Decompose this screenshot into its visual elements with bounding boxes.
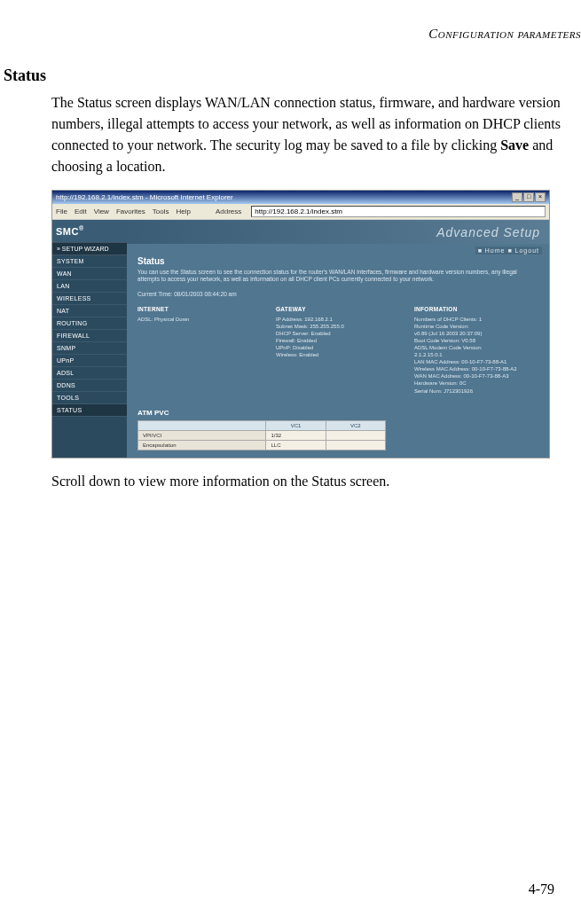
info-line: v0.89 (Jul 16 2003 20:37:09) — [414, 330, 540, 337]
address-bar[interactable]: http://192.168.2.1/index.stm — [251, 206, 546, 217]
col-info-h: INFORMATION — [414, 306, 540, 314]
info-line: ADSL Modem Code Version: — [414, 344, 540, 351]
status-description: You can use the Status screen to see the… — [137, 269, 540, 284]
cell: 1/32 — [266, 430, 326, 440]
nav-routing[interactable]: ROUTING — [52, 317, 127, 330]
minimize-icon[interactable]: _ — [512, 192, 522, 202]
page-number: 4-79 — [529, 881, 554, 897]
maximize-icon[interactable]: □ — [523, 192, 534, 202]
window-titlebar: http://192.168.2.1/index.stm - Microsoft… — [52, 191, 549, 204]
main-panel: Advanced Setup ■ Home ■ Logout Status Yo… — [127, 220, 549, 458]
menu-help[interactable]: Help — [176, 208, 190, 215]
nav-adsl[interactable]: ADSL — [52, 367, 127, 380]
nav-wireless[interactable]: WIRELESS — [52, 293, 127, 305]
th-vc1: VC1 — [266, 420, 326, 430]
nav-snmp[interactable]: SNMP — [52, 342, 127, 355]
th-blank — [138, 420, 266, 430]
info-line: Numbers of DHCP Clients: 1 — [414, 316, 540, 323]
status-heading: Status — [137, 256, 540, 266]
gw-line: Wireless: Enabled — [276, 351, 402, 358]
nav-nat[interactable]: NAT — [52, 305, 127, 317]
menu-view[interactable]: View — [94, 208, 109, 215]
menu-edit[interactable]: Edit — [75, 208, 87, 215]
followup-paragraph: Scroll down to view more information on … — [51, 471, 581, 492]
sidebar: SMC® » SETUP WIZARD SYSTEM WAN LAN WIREL… — [52, 220, 127, 458]
info-line: Boot Code Version: V0.58 — [414, 337, 540, 344]
row-label: VPI/VCI — [138, 430, 266, 440]
col-information: INFORMATION Numbers of DHCP Clients: 1 R… — [414, 306, 540, 395]
nav-status[interactable]: STATUS — [52, 404, 127, 417]
internet-line: ADSL: Physical Down — [137, 316, 263, 323]
banner-title: Advanced Setup — [436, 225, 540, 239]
address-label: Address — [216, 208, 241, 215]
col-gateway-h: GATEWAY — [276, 306, 402, 314]
current-time: Current Time: 08/01/2003 08:44:20 am — [137, 291, 540, 297]
cell — [326, 430, 385, 440]
p1-pre: The Status screen displays WAN/LAN conne… — [51, 95, 561, 153]
info-line: WAN MAC Address: 00-10-F7-73-88-A3 — [414, 372, 540, 380]
info-line: Runtime Code Version: — [414, 323, 540, 330]
menu-favorites[interactable]: Favorites — [116, 208, 145, 215]
nav-lan[interactable]: LAN — [52, 280, 127, 293]
banner-links[interactable]: ■ Home ■ Logout — [475, 247, 542, 254]
gw-line: Firewall: Enabled — [276, 337, 402, 344]
nav-firewall[interactable]: FIREWALL — [52, 330, 127, 342]
info-line: Serial Num: J712301926 — [414, 388, 540, 395]
menu-tools[interactable]: Tools — [153, 208, 169, 215]
nav-system[interactable]: SYSTEM — [52, 255, 127, 268]
menu-file[interactable]: File — [56, 208, 67, 215]
browser-menubar: File Edit View Favorites Tools Help Addr… — [52, 204, 549, 220]
th-vc2: VC2 — [326, 420, 385, 430]
status-screenshot: http://192.168.2.1/index.stm - Microsoft… — [51, 190, 550, 458]
info-line: Wireless MAC Address: 00-10-F7-73-88-A2 — [414, 365, 540, 372]
gw-line: Subnet Mask: 255.255.255.0 — [276, 323, 402, 330]
gw-line: UPnP: Disabled — [276, 344, 402, 351]
logo: SMC® — [52, 220, 127, 242]
col-internet-h: INTERNET — [137, 306, 263, 314]
atm-heading: ATM PVC — [137, 409, 540, 417]
row-label: Encapsulation — [138, 440, 266, 450]
intro-paragraph: The Status screen displays WAN/LAN conne… — [51, 92, 581, 177]
running-header: Configuration parameters — [0, 27, 581, 42]
col-gateway: GATEWAY IP Address: 192.168.2.1 Subnet M… — [276, 306, 402, 395]
nav-ddns[interactable]: DDNS — [52, 380, 127, 392]
atm-table: VC1 VC2 VPI/VCI 1/32 Encapsulation LLC — [137, 420, 386, 450]
info-line: Hardware Version: 0C — [414, 380, 540, 387]
gw-line: IP Address: 192.168.2.1 — [276, 316, 402, 323]
nav-wan[interactable]: WAN — [52, 268, 127, 280]
section-heading: Status — [0, 67, 581, 85]
logo-text: SMC — [56, 226, 79, 237]
info-line: LAN MAC Address: 00-10-F7-73-88-A1 — [414, 358, 540, 365]
banner: Advanced Setup ■ Home ■ Logout — [127, 220, 549, 244]
nav-upnp[interactable]: UPnP — [52, 355, 127, 367]
window-title: http://192.168.2.1/index.stm - Microsoft… — [56, 193, 233, 201]
nav-tools[interactable]: TOOLS — [52, 392, 127, 404]
gw-line: DHCP Server: Enabled — [276, 330, 402, 337]
info-line: 2.1.2.15.0.1 — [414, 351, 540, 358]
col-internet: INTERNET ADSL: Physical Down — [137, 306, 263, 395]
p1-bold: Save — [500, 137, 529, 153]
close-icon[interactable]: × — [535, 192, 546, 202]
cell — [326, 440, 385, 450]
setup-wizard-link[interactable]: » SETUP WIZARD — [52, 242, 127, 255]
cell: LLC — [266, 440, 326, 450]
